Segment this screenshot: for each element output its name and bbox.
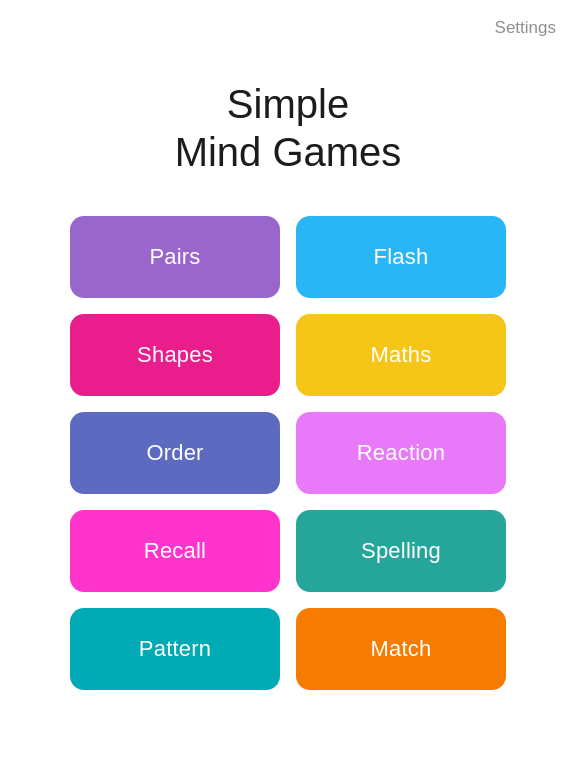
game-button-pairs[interactable]: Pairs [70,216,280,298]
game-button-maths[interactable]: Maths [296,314,506,396]
game-button-pattern[interactable]: Pattern [70,608,280,690]
game-button-recall[interactable]: Recall [70,510,280,592]
game-button-match[interactable]: Match [296,608,506,690]
game-button-spelling[interactable]: Spelling [296,510,506,592]
app-title: Simple Mind Games [0,80,576,176]
game-button-shapes[interactable]: Shapes [70,314,280,396]
games-grid: PairsFlashShapesMathsOrderReactionRecall… [0,216,576,690]
game-button-reaction[interactable]: Reaction [296,412,506,494]
game-button-order[interactable]: Order [70,412,280,494]
title-section: Simple Mind Games [0,0,576,216]
game-button-flash[interactable]: Flash [296,216,506,298]
settings-button[interactable]: Settings [495,18,556,38]
